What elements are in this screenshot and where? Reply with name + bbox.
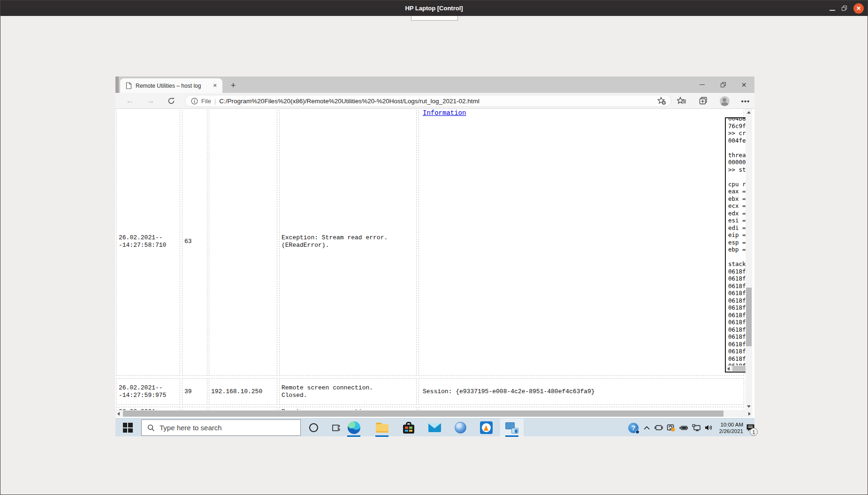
tray-overflow-chevron[interactable] — [641, 419, 652, 437]
browser-menu-icon[interactable]: ••• — [739, 94, 753, 108]
information-link[interactable]: Information — [423, 109, 466, 117]
page-content: 26.02.2021-- -14:27:58:710 63 Exception:… — [115, 109, 754, 417]
recorder-icon — [655, 424, 663, 431]
browser-minimize-button[interactable] — [692, 76, 713, 93]
page-vertical-scrollbar[interactable] — [746, 109, 752, 410]
file-scheme-label: File — [201, 98, 211, 105]
window-close-button[interactable]: ✕ — [853, 3, 864, 14]
stack-trace-text: 004b8096 +0032 rutserv.exe madExcept Thr… — [728, 117, 746, 373]
sync-icon — [667, 424, 675, 432]
tray-battery-button[interactable] — [678, 419, 690, 437]
log-cell-message: Exception: Stream read error. (EReadErro… — [279, 109, 417, 376]
log-time-line2: -14:27:58:710 — [119, 242, 178, 249]
page-horizontal-scrollbar[interactable] — [115, 410, 753, 417]
clock-time: 10:00 AM — [720, 421, 743, 428]
browser-toolbar: ← → File | C:/Program%20Files%20(x86)/Re… — [115, 93, 754, 109]
browser-tab[interactable]: Remote Utilities – host log ✕ — [120, 78, 222, 93]
scroll-left-icon[interactable] — [727, 367, 730, 371]
stack-box-horizontal-scrollbar[interactable] — [726, 366, 746, 372]
window-minimize-button[interactable] — [830, 10, 835, 11]
tray-volume-button[interactable] — [703, 419, 715, 437]
help-icon: ? — [628, 423, 639, 433]
start-button[interactable] — [115, 419, 140, 437]
log-cell-time: 26.02.2021-- -14:27:59:975 — [116, 378, 180, 405]
add-favorite-icon[interactable] — [657, 97, 666, 105]
globe-app-icon — [455, 422, 466, 434]
log-time-line1: 26.02.2021-- — [119, 234, 178, 242]
log-cell-info: Information 004b8096 +0032 rutserv.exe m… — [419, 109, 744, 376]
log-cell-message: Remote screen connection. Closed. — [279, 378, 417, 405]
log-cell-message: Remote screen connection. — [279, 407, 417, 410]
clock-date: 2/26/2021 — [719, 428, 743, 434]
taskbar-store-button[interactable] — [397, 419, 420, 437]
chevron-up-icon — [644, 426, 650, 430]
windows-logo-icon — [123, 423, 133, 433]
address-divider: | — [214, 98, 216, 105]
log-cell-code: 39 — [182, 378, 207, 405]
taskbar-file-explorer-button[interactable] — [370, 419, 394, 437]
tray-help-button[interactable]: ? — [627, 419, 640, 437]
taskbar-vlc-button[interactable] — [474, 419, 498, 437]
speaker-icon — [705, 424, 713, 431]
scroll-left-icon[interactable] — [117, 412, 120, 416]
task-view-icon — [331, 424, 341, 432]
taskbar-globe-app-button[interactable] — [449, 419, 472, 437]
log-cell-ip — [209, 109, 277, 376]
search-placeholder: Type here to search — [160, 424, 222, 432]
browser-restore-button[interactable] — [713, 76, 734, 93]
collections-icon[interactable] — [696, 94, 710, 108]
taskbar: Type here to search — [115, 418, 754, 436]
forward-icon[interactable]: → — [143, 93, 159, 108]
notification-badge[interactable]: 1 — [750, 428, 758, 436]
log-cell-time: 26.02.2021-- — [116, 407, 180, 410]
tray-recorder-button[interactable] — [653, 419, 664, 437]
address-url[interactable]: C:/Program%20Files%20(x86)/Remote%20Util… — [219, 98, 654, 105]
scroll-thumb[interactable] — [732, 366, 746, 371]
scroll-right-icon[interactable] — [748, 412, 751, 416]
mail-icon — [428, 423, 441, 432]
scroll-down-icon[interactable] — [747, 405, 751, 408]
window-titlebar: HP Laptop [Control] ✕ — [0, 0, 868, 16]
favorites-icon[interactable] — [675, 94, 689, 108]
battery-icon — [679, 425, 688, 431]
scroll-thumb[interactable] — [746, 288, 752, 346]
network-icon — [692, 424, 701, 431]
window-restore-button[interactable] — [842, 6, 847, 11]
browser-window-edge — [115, 76, 119, 93]
log-table: 26.02.2021-- -14:27:58:710 63 Exception:… — [115, 109, 746, 410]
taskbar-search-input[interactable]: Type here to search — [141, 419, 301, 436]
address-bar[interactable]: File | C:/Program%20Files%20(x86)/Remote… — [185, 95, 671, 107]
scroll-thumb[interactable] — [123, 411, 723, 417]
log-cell-ip: 192.168.10.250 — [209, 378, 277, 405]
log-cell-time: 26.02.2021-- -14:27:58:710 — [116, 109, 180, 376]
browser-close-button[interactable]: ✕ — [733, 76, 754, 93]
remote-control-window: HP Laptop [Control] ✕ Remote Utilities –… — [0, 0, 868, 495]
back-icon[interactable]: ← — [122, 93, 138, 108]
window-title: HP Laptop [Control] — [405, 5, 463, 12]
tray-sync-button[interactable] — [665, 419, 677, 437]
tab-title: Remote Utilities – host log — [136, 83, 207, 89]
tab-close-icon[interactable]: ✕ — [211, 82, 219, 90]
taskbar-remote-utilities-button[interactable] — [500, 419, 524, 437]
log-cell-code: 63 — [182, 109, 207, 376]
profile-avatar[interactable] — [717, 94, 731, 108]
taskbar-clock[interactable]: 10:00 AM 2/26/2021 — [716, 419, 743, 437]
remote-desktop-viewport: Remote Utilities – host log ✕ + ✕ ← → Fi… — [115, 76, 754, 436]
search-icon — [147, 424, 155, 432]
viewer-autohide-toolbar-handle[interactable] — [411, 16, 458, 21]
microsoft-store-icon — [403, 422, 414, 434]
edge-icon — [348, 421, 360, 434]
refresh-icon[interactable] — [163, 93, 179, 108]
vlc-icon — [480, 421, 493, 434]
scroll-up-icon[interactable] — [747, 111, 751, 114]
info-icon[interactable] — [191, 98, 198, 105]
taskbar-edge-button[interactable] — [342, 419, 365, 437]
cortana-button[interactable] — [302, 419, 325, 437]
taskbar-mail-button[interactable] — [423, 419, 446, 437]
new-tab-button[interactable]: + — [227, 79, 239, 91]
tray-network-button[interactable] — [690, 419, 702, 437]
page-favicon-icon — [126, 82, 132, 89]
stack-trace-box[interactable]: 004b8096 +0032 rutserv.exe madExcept Thr… — [725, 117, 746, 373]
browser-tabbar: Remote Utilities – host log ✕ + ✕ — [115, 76, 754, 93]
file-explorer-icon — [376, 423, 388, 433]
